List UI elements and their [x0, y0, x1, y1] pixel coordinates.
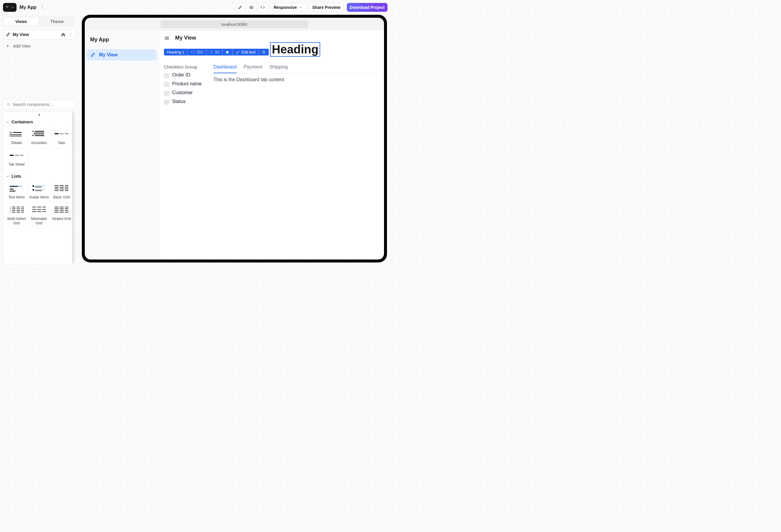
svg-rect-15	[55, 133, 59, 134]
component-label: Text Items	[8, 195, 25, 199]
search-components-input[interactable]	[13, 102, 72, 107]
svg-rect-73	[55, 207, 59, 208]
component-label: Minimalist Grid	[29, 217, 50, 225]
svg-rect-66	[37, 209, 41, 210]
app-menu-more-icon[interactable]	[39, 4, 45, 10]
components-panel: Containers Details Accordion Tabs	[3, 100, 75, 264]
svg-point-28	[33, 189, 34, 191]
url-bar[interactable]: localhost:8080/	[161, 20, 309, 28]
svg-rect-31	[55, 185, 59, 186]
thumb-tabsheet-icon	[8, 150, 25, 161]
svg-rect-12	[34, 133, 44, 133]
svg-rect-80	[60, 210, 64, 211]
more-icon[interactable]	[68, 32, 73, 37]
tab-payment[interactable]: Payment	[244, 64, 262, 73]
tab-dashboard[interactable]: Dashboard	[213, 64, 237, 73]
tab-views[interactable]: Views	[4, 17, 39, 26]
thumb-basic-grid-icon	[53, 183, 70, 193]
svg-point-48	[10, 210, 11, 211]
selection-label[interactable]: Heading 1	[164, 49, 188, 55]
component-tab-sheet[interactable]: Tab Sheet	[6, 148, 28, 170]
checkbox-item[interactable]: Order ID	[164, 72, 202, 78]
component-details[interactable]: Details	[6, 127, 28, 148]
checkbox-box[interactable]	[164, 99, 169, 105]
hamburger-icon[interactable]	[164, 35, 170, 41]
svg-rect-69	[37, 211, 41, 212]
edit-mode-button[interactable]	[236, 3, 245, 12]
svg-rect-26	[35, 185, 45, 186]
svg-rect-54	[16, 209, 20, 209]
svg-point-0	[42, 6, 43, 6]
checkbox-box[interactable]	[164, 82, 169, 87]
svg-rect-39	[65, 189, 69, 189]
component-label: Basic Grid	[53, 195, 70, 199]
svg-rect-9	[10, 134, 22, 135]
svg-rect-29	[35, 189, 45, 190]
svg-rect-40	[55, 190, 59, 191]
checkbox-box[interactable]	[164, 91, 169, 96]
checkbox-box[interactable]	[164, 73, 169, 78]
device-frame: localhost:8080/ My App My View My View	[82, 15, 387, 262]
svg-rect-32	[60, 185, 64, 186]
checkbox-group: Checkbox Group Order ID Product name Cus…	[164, 64, 202, 108]
thumb-avatar-items-icon	[31, 183, 48, 193]
download-project-button[interactable]: Download Project	[347, 3, 387, 12]
svg-rect-50	[12, 207, 16, 208]
svg-rect-51	[16, 207, 20, 208]
edit-text-button[interactable]: Edit text	[233, 49, 259, 55]
chevron-down-icon	[299, 5, 303, 9]
logo-dropdown[interactable]	[3, 3, 16, 12]
view-item[interactable]: My View	[3, 30, 75, 40]
preview-nav-item[interactable]: My View	[87, 49, 157, 60]
selection-wrap-button[interactable]	[222, 49, 233, 55]
pencil-icon	[236, 50, 240, 54]
left-sidebar: Views Theme My View Add View	[0, 15, 78, 266]
search-components[interactable]	[3, 100, 75, 109]
tab-theme[interactable]: Theme	[40, 17, 75, 26]
selection-height[interactable]: 50	[206, 49, 222, 55]
section-containers[interactable]: Containers	[6, 120, 73, 124]
svg-rect-64	[43, 207, 46, 208]
component-text-items[interactable]: Text Items	[6, 181, 28, 203]
checkbox-item[interactable]: Customer	[164, 90, 202, 96]
svg-rect-82	[55, 212, 59, 213]
checkbox-item[interactable]: Product name	[164, 81, 202, 87]
svg-point-49	[10, 212, 11, 213]
svg-rect-19	[15, 155, 19, 156]
selection-width[interactable]: 152	[188, 49, 206, 55]
delete-button[interactable]	[259, 49, 269, 55]
svg-rect-8	[13, 132, 22, 133]
component-striped-grid[interactable]: Striped Grid	[50, 203, 73, 228]
checkbox-item[interactable]: Status	[164, 99, 202, 105]
svg-rect-59	[12, 212, 16, 213]
layout-icon	[225, 50, 230, 54]
svg-rect-16	[60, 133, 64, 134]
chevron-down-icon	[10, 5, 14, 9]
section-lists[interactable]: Lists	[6, 174, 73, 179]
selected-heading[interactable]: Heading	[270, 42, 320, 57]
component-avatar-items[interactable]: Avatar Items	[28, 181, 50, 203]
component-multi-select-grid[interactable]: Multi-Select Grid	[6, 203, 28, 228]
svg-rect-81	[65, 210, 69, 211]
component-label: Multi-Select Grid	[6, 217, 27, 225]
share-preview-button[interactable]: Share Preview	[309, 3, 344, 12]
preview-view-title: My View	[175, 35, 196, 41]
home-icon[interactable]	[61, 32, 66, 37]
code-mode-button[interactable]	[258, 3, 267, 12]
thumb-details-icon	[8, 129, 25, 139]
component-tabs[interactable]: Tabs	[50, 127, 73, 148]
component-basic-grid[interactable]: Basic Grid	[50, 181, 73, 203]
tab-content: This is the Dashboard tab content	[213, 74, 379, 82]
add-view-button[interactable]: Add View	[3, 43, 75, 50]
component-minimalist-grid[interactable]: Minimalist Grid	[28, 203, 50, 228]
height-icon	[209, 50, 213, 54]
svg-rect-17	[65, 133, 69, 134]
preview-sidebar: My App My View	[85, 31, 159, 260]
responsive-dropdown[interactable]: Responsive	[270, 3, 306, 12]
svg-rect-76	[55, 209, 59, 209]
preview-nav-label: My View	[99, 52, 118, 57]
component-accordion[interactable]: Accordion	[28, 127, 50, 148]
tab-shipping[interactable]: Shipping	[270, 64, 288, 73]
selection-width-value: 152	[197, 50, 203, 54]
preview-mode-button[interactable]	[247, 3, 256, 12]
